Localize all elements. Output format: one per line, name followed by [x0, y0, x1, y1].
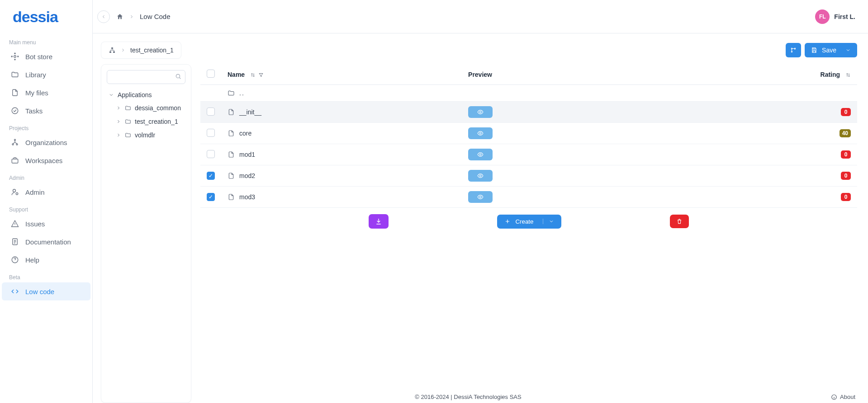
preview-button[interactable] [468, 149, 493, 160]
search-icon [175, 73, 181, 80]
download-button[interactable] [369, 214, 389, 229]
svg-point-11 [16, 193, 18, 195]
svg-rect-9 [12, 159, 18, 163]
doc-icon [11, 238, 19, 246]
sidebar-item-organizations[interactable]: Organizations [0, 133, 92, 151]
bot-icon [11, 52, 19, 61]
svg-point-6 [14, 139, 16, 141]
menu-section-beta: Beta [0, 269, 92, 282]
row-checkbox[interactable] [207, 193, 215, 201]
org-icon [11, 138, 19, 146]
tree-node[interactable]: volmdlr [114, 128, 185, 142]
tree-node-label: dessia_common [135, 104, 181, 112]
home-icon[interactable] [116, 13, 123, 20]
sidebar-item-library[interactable]: Library [0, 66, 92, 84]
row-checkbox[interactable] [207, 150, 215, 158]
delete-button[interactable] [670, 215, 689, 228]
copyright: © 2016-2024 | DessiA Technologies SAS [105, 394, 831, 400]
subheader: test_creation_1 Save [101, 42, 868, 59]
sidebar-label: Library [25, 71, 46, 79]
svg-point-25 [479, 196, 481, 198]
tree-root-label: Applications [118, 91, 152, 98]
save-button[interactable]: Save [805, 43, 857, 57]
svg-point-18 [791, 51, 792, 52]
user-name[interactable]: First L. [834, 13, 855, 20]
breadcrumb: Low Code [116, 13, 171, 20]
folder-icon [125, 132, 131, 138]
table-row[interactable]: mod1 0 [200, 144, 857, 165]
check-circle-icon [11, 107, 19, 115]
svg-point-24 [479, 175, 481, 177]
sidebar-item-low-code[interactable]: Low code [2, 282, 90, 300]
tree-node[interactable]: dessia_common [114, 101, 185, 115]
user-gear-icon [11, 188, 19, 196]
save-icon [811, 47, 817, 53]
sidebar-item-tasks[interactable]: Tasks [0, 102, 92, 120]
folder-icon [11, 70, 19, 79]
sort-icon[interactable] [845, 72, 851, 78]
svg-point-3 [11, 56, 12, 57]
chevron-down-icon [845, 47, 851, 53]
main: Low Code FL First L. test_creation_1 [93, 0, 868, 403]
sidebar-item-workspaces[interactable]: Workspaces [0, 151, 92, 169]
file-icon [228, 172, 235, 179]
row-checkbox[interactable] [207, 172, 215, 180]
row-checkbox[interactable] [207, 129, 215, 137]
about-link[interactable]: About [831, 394, 855, 400]
create-label: Create [515, 218, 533, 225]
svg-point-10 [13, 189, 16, 192]
branch-button[interactable] [786, 43, 801, 57]
back-button[interactable] [97, 10, 110, 23]
menu-section-main: Main menu [0, 34, 92, 47]
col-preview: Preview [462, 64, 645, 85]
file-name: core [239, 130, 251, 137]
footer: © 2016-2024 | DessiA Technologies SAS Ab… [93, 394, 868, 400]
sort-icon[interactable] [250, 72, 256, 78]
avatar[interactable]: FL [815, 9, 830, 24]
table-row[interactable]: core 40 [200, 123, 857, 144]
col-name[interactable]: Name [228, 71, 245, 78]
sidebar-item-my-files[interactable]: My files [0, 84, 92, 102]
sitemap-icon[interactable] [109, 47, 116, 54]
file-name: mod1 [239, 151, 255, 158]
search-input[interactable] [107, 70, 185, 84]
svg-point-2 [14, 59, 15, 60]
preview-button[interactable] [468, 127, 493, 139]
rating-badge: 0 [841, 193, 851, 201]
svg-point-20 [176, 74, 180, 78]
file-name: __init__ [239, 108, 261, 116]
briefcase-icon [11, 156, 19, 164]
chevron-right-icon [116, 132, 121, 138]
select-all-checkbox[interactable] [207, 70, 215, 78]
plus-icon [504, 218, 511, 225]
sidebar-item-admin[interactable]: Admin [0, 183, 92, 201]
table-row[interactable]: mod3 0 [200, 187, 857, 208]
file-table: Name Preview Rating [200, 64, 857, 208]
svg-point-5 [12, 108, 18, 114]
menu-section-admin: Admin [0, 169, 92, 183]
svg-point-7 [12, 144, 14, 145]
sidebar-item-help[interactable]: Help [0, 251, 92, 269]
col-rating[interactable]: Rating [821, 71, 840, 78]
content: test_creation_1 Save [93, 33, 868, 403]
create-button[interactable]: Create [497, 215, 561, 229]
tree-root[interactable]: Applications [107, 89, 185, 101]
filter-icon[interactable] [258, 72, 264, 78]
sidebar-label: Admin [25, 188, 45, 196]
preview-button[interactable] [468, 106, 493, 118]
parent-row[interactable]: .. [200, 85, 857, 102]
sidebar-item-issues[interactable]: Issues [0, 215, 92, 233]
path-pill: test_creation_1 [101, 42, 181, 59]
tree-node[interactable]: test_creation_1 [114, 115, 185, 128]
preview-button[interactable] [468, 170, 493, 182]
sidebar-item-documentation[interactable]: Documentation [0, 233, 92, 251]
tree-node-label: test_creation_1 [135, 118, 178, 125]
menu-section-projects: Projects [0, 120, 92, 133]
preview-button[interactable] [468, 191, 493, 203]
sidebar-item-bot-store[interactable]: Bot store [0, 47, 92, 66]
svg-point-1 [14, 53, 15, 54]
table-row[interactable]: mod2 0 [200, 165, 857, 187]
row-checkbox[interactable] [207, 108, 215, 116]
tree-node-label: volmdlr [135, 131, 155, 139]
table-row[interactable]: __init__ 0 [200, 102, 857, 123]
